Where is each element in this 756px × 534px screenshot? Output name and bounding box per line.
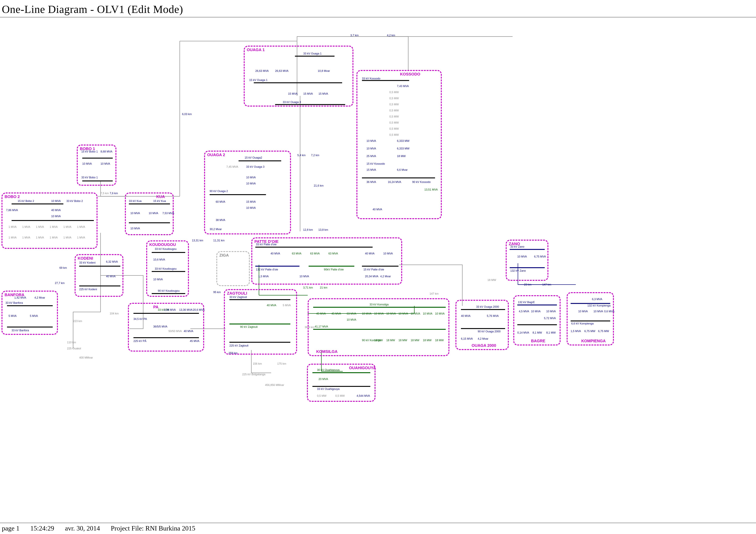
rating: 60 MVA (216, 200, 225, 203)
rating: 10 MVA (246, 206, 256, 210)
footer-time: 15:24:29 (30, 524, 54, 532)
bus-label: 15 kV Bobo 2 (18, 199, 34, 203)
bus-label: 33 kV Koudougou (155, 267, 176, 270)
station-kua[interactable]: KUA 33 kV Kua 15 kV Kua 10 MVA 10 MVA 7,… (125, 192, 174, 235)
gen-rating: 0,5 MW (389, 97, 399, 100)
station-ouaga1[interactable]: OUAGA 1 33 kV Ouaga 1 26,63 MVA 26,63 MV… (244, 46, 353, 107)
rating: 63 MVA (292, 252, 302, 255)
rating: 10 MVA (531, 310, 541, 313)
bus-label: 90 kV Koudougou (158, 289, 179, 292)
bus-label: 30 kV Ouahigouya (317, 369, 339, 371)
station-ouaga2[interactable]: OUAGA 2 15 kV Ouaga2 33 kV Ouaga 3 7,45 … (204, 151, 291, 234)
rating: 40 MVA (461, 315, 471, 318)
gen-rating: 1 MVA (22, 236, 30, 239)
rating: 6,15 MVA (461, 337, 473, 341)
km-label: 147 km (542, 283, 551, 286)
diagram-canvas[interactable]: 3,7 km 4,2 km OUAGA 1 33 kV Ouaga 1 26,6… (0, 27, 756, 513)
rating: 4,2 Mvar (478, 337, 488, 341)
km-label: 110 km (67, 341, 76, 344)
km-label: 258 km (229, 351, 237, 355)
station-patte-doie[interactable]: PATTE D'OIE 33 kV Patte d'oie 40 MVA 63 … (251, 238, 402, 285)
gen-rating: 18 MW (435, 339, 444, 342)
gen-rating: 8,1 MW (546, 331, 556, 334)
station-komsilga[interactable]: KOMSILGA 33 kV Komsilga 45 MVA 45 MVA 63… (308, 298, 449, 356)
km-label: 27,7 km (55, 282, 65, 285)
station-kodeni[interactable]: KODENI 33 kV Kodeni 6,32 MVA 40 MVA 225 … (75, 254, 123, 297)
station-title: ZAGTOULI (227, 291, 247, 296)
bus-label: 132 kV Kompienga (587, 304, 610, 307)
bus-label: 33 kV Bobo 2 (67, 199, 83, 203)
rating: 10 MVA (383, 252, 393, 255)
bus-label: 15 kV Bobo 1 (81, 150, 98, 153)
station-title: KOUDOUGOU (149, 242, 176, 247)
station-koudougou[interactable]: KOUDOUGOU 33 kV Koudougou 10,6 MVA 33 kV… (146, 241, 189, 297)
station-ouaga2000[interactable]: OUAGA 2000 33 kV Ouaga 2000 40 MVA 5,76 … (455, 300, 509, 350)
rating: 10 MVA (100, 162, 110, 165)
rating: 5,76 MVA (487, 315, 499, 318)
rating: 10 MVA (578, 310, 588, 313)
rating: 40 MVA (373, 208, 382, 211)
bus-label: 41,17 MVA (315, 325, 328, 328)
station-banfora[interactable]: BANFORA 1,42 MVA 4,2 Mvar 33 kV Banfora … (2, 291, 58, 335)
km-label: 3,7 km (350, 34, 359, 37)
rating: 15 MVA (303, 92, 313, 95)
gen-rating: 6,75 MW (598, 330, 609, 333)
station-bobo1[interactable]: BOBO 1 15 kV Bobo 1 8,68 MVA 10 MVA 10 M… (77, 144, 116, 186)
rating: 1,5 MVA (571, 330, 581, 333)
station-pa[interactable]: PA 33 kV PA 34,5 kV PA 3,38 MVA 13,36 MV… (128, 303, 204, 351)
gen-rating: 0,5 MW (335, 394, 345, 397)
rating: 10 MVA (593, 310, 603, 313)
rating: 40 MVA (184, 330, 193, 333)
rating: 8,68 MVA (100, 150, 112, 153)
rating: 36/5/5 MVA (153, 325, 167, 328)
gen-rating: 1 MVA (77, 236, 85, 239)
rating: 6,75 MVA (534, 255, 546, 258)
station-ouahigouya[interactable]: OUAHIGOUYA 30 kV Ouahigouya 20 MVA 33 kV… (307, 364, 375, 402)
gen-rating: 0,5 MW (389, 109, 399, 112)
rating: 7,43 MVA (397, 85, 409, 88)
rating: 10 MVA (423, 312, 432, 315)
rating: 5 MVA (9, 315, 16, 318)
rating: 26,63 MVA (255, 69, 269, 73)
gen-rating: 0,5 MW (389, 127, 399, 130)
bus-label: 6,6 kV Kompienga (571, 322, 594, 325)
rating: 45 MVA (190, 340, 200, 343)
rating: 10 MVA (246, 182, 256, 185)
bus-label: 33 kV Kua (129, 199, 142, 203)
rating: 0,6 MVA (604, 310, 614, 313)
station-title: OUAGA 1 (247, 47, 265, 52)
bus-label: 90 kV Ouaga 2000 (478, 330, 500, 333)
rating: 4,544 MVA (357, 394, 370, 397)
rating: 4,2 Mvar (35, 296, 45, 299)
rating: 15 MVA (288, 92, 298, 95)
station-bagre[interactable]: BAGRE 132 kV BagrE 4,5 MVA 10 MVA 10 MVA… (513, 295, 560, 345)
station-bobo2[interactable]: BOBO 2 15 kV Bobo 2 7,86 MVA 10 MVA 33 k… (2, 192, 97, 249)
bus-label: 15 kV Patte d'oie (364, 268, 384, 271)
bus-label: 132 kV Patte d'oie (256, 268, 278, 271)
km-label: 69 km (59, 266, 67, 269)
rating: 10 MVA (366, 147, 376, 150)
km-label: 23 km (524, 283, 531, 286)
gen-rating: 18 MW (386, 339, 395, 342)
station-zagtouli[interactable]: ZAGTOULI 33 kV Zagtouli 40 MVA 5 MVA 90 … (224, 289, 297, 355)
bus-label: 33 kV Kodeni (79, 261, 95, 264)
km-label: 18 MW (487, 278, 496, 282)
station-kompienga[interactable]: KOMPIENGA 6,3 MVA 132 kV Kompienga 10 MV… (567, 292, 614, 345)
rating: 10 MVA (386, 312, 396, 315)
rating: 40 MVA (51, 209, 61, 212)
bus-label: 33 kV Banfora (6, 301, 23, 305)
station-kossodo[interactable]: KOSSODO 33 kV Kossodo 7,43 MVA 0,5 MW 0,… (357, 70, 442, 219)
gen-rating: 6,333 MW (397, 147, 410, 150)
footer-date: avr. 30, 2014 (65, 524, 100, 532)
km-label: 223 km (73, 319, 82, 323)
km-label: 7,6 km (110, 192, 118, 195)
station-ziga-muted[interactable]: ZIGA (216, 251, 250, 286)
page-footer: page 1 15:24:29 avr. 30, 2014 Project Fi… (0, 522, 756, 532)
rating: 63 MVA (310, 252, 320, 255)
rating: 45 MVA (316, 312, 326, 315)
station-zano[interactable]: ZANO 33 kV Zano 10 MVA 6,75 MVA 132 kV Z… (506, 240, 548, 281)
gen-rating: 1 MVA (50, 225, 58, 229)
gen-rating: 1 MVA (36, 236, 44, 239)
bus-label: 33 kV Zagtouli (230, 295, 247, 299)
gen-rating: 18 MW (423, 339, 432, 342)
